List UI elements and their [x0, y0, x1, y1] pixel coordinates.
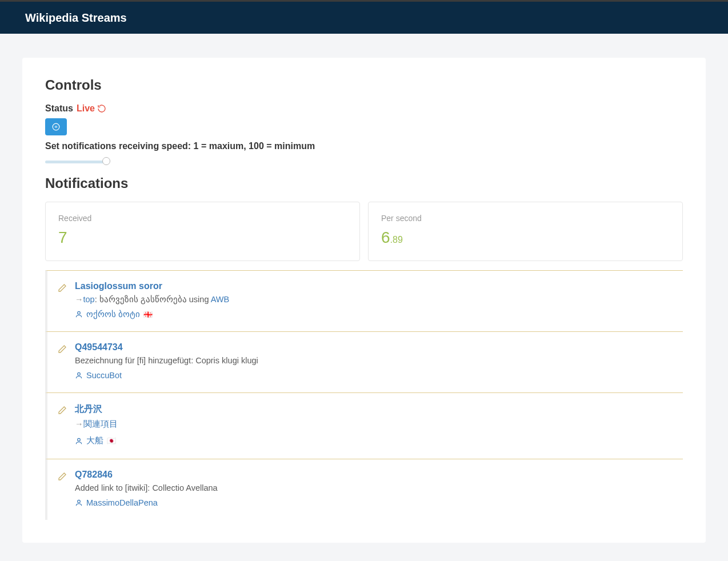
flag-icon: 🇬🇪 — [143, 310, 153, 319]
slider-track — [45, 161, 107, 163]
notification-title[interactable]: Q49544734 — [75, 342, 683, 352]
stat-value-persec: 6.89 — [381, 229, 670, 247]
notification-item: Lasioglossum soror →top: ხარვეზის გასწორ… — [45, 270, 683, 331]
flag-icon: 🇯🇵 — [107, 436, 116, 445]
status-value: Live — [77, 103, 106, 114]
stat-value-received: 7 — [58, 229, 347, 247]
main-card: Controls Status Live Set notifications r… — [22, 58, 706, 543]
notification-description: →関連項目 — [75, 419, 683, 430]
status-label: Status — [45, 103, 73, 114]
user-icon — [75, 310, 83, 318]
notification-item: 北丹沢 →関連項目 大船 🇯🇵 — [45, 392, 683, 459]
user-icon — [75, 371, 83, 379]
notification-description: Added link to [itwiki]: Collectio Avella… — [75, 483, 683, 492]
notification-title[interactable]: Lasioglossum soror — [75, 281, 683, 291]
speed-label: Set notifications receiving speed: 1 = m… — [45, 141, 683, 151]
user-icon — [75, 499, 83, 507]
status-line: Status Live — [45, 103, 683, 114]
stat-label-persec: Per second — [381, 214, 670, 223]
user-icon — [75, 437, 83, 445]
notification-user[interactable]: 大船 🇯🇵 — [75, 435, 683, 446]
edit-icon — [58, 406, 67, 415]
edit-icon — [58, 472, 67, 481]
svg-point-4 — [78, 372, 81, 375]
desc-link[interactable]: AWB — [211, 295, 230, 304]
svg-point-0 — [53, 123, 59, 130]
live-refresh-icon — [97, 104, 106, 113]
stat-card-received: Received 7 — [45, 202, 360, 261]
notification-list: Lasioglossum soror →top: ხარვეზის გასწორ… — [45, 270, 683, 520]
svg-point-6 — [78, 500, 81, 503]
pause-icon — [52, 123, 60, 131]
notification-user[interactable]: MassimoDellaPena — [75, 498, 683, 507]
stat-card-persec: Per second 6.89 — [368, 202, 683, 261]
topbar: Wikipedia Streams — [0, 2, 728, 34]
pause-button[interactable] — [45, 118, 67, 135]
stat-label-received: Received — [58, 214, 347, 223]
desc-link[interactable]: 関連項目 — [83, 419, 118, 428]
slider-thumb[interactable] — [102, 157, 110, 165]
notifications-heading: Notifications — [45, 175, 683, 191]
notification-item: Q782846 Added link to [itwiki]: Collecti… — [45, 459, 683, 520]
edit-icon — [58, 344, 67, 354]
stats-row: Received 7 Per second 6.89 — [45, 202, 683, 261]
notification-user[interactable]: ოქროს ბოტი 🇬🇪 — [75, 310, 683, 319]
app-title: Wikipedia Streams — [25, 11, 127, 25]
notification-description: →top: ხარვეზის გასწორება using AWB — [75, 295, 683, 304]
notification-title[interactable]: 北丹沢 — [75, 403, 683, 415]
notification-title[interactable]: Q782846 — [75, 470, 683, 480]
desc-link[interactable]: top — [83, 295, 95, 304]
svg-point-5 — [78, 438, 81, 441]
notification-description: Bezeichnung für [fi] hinzugefügt: Copris… — [75, 356, 683, 365]
notification-item: Q49544734 Bezeichnung für [fi] hinzugefü… — [45, 331, 683, 392]
edit-icon — [58, 283, 67, 292]
controls-heading: Controls — [45, 77, 683, 93]
svg-point-3 — [78, 311, 81, 314]
speed-slider[interactable] — [45, 156, 107, 167]
notification-user[interactable]: SuccuBot — [75, 371, 683, 380]
